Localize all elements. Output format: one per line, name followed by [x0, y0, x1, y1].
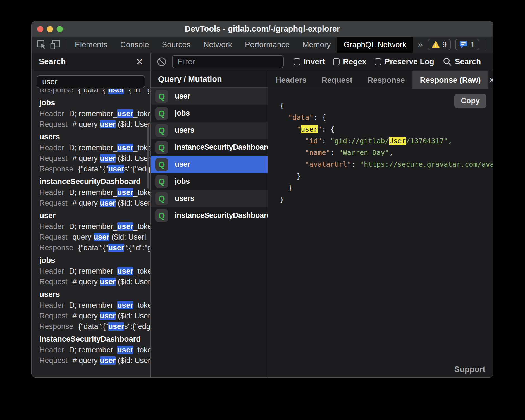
search-result-line[interactable]: HeaderD; remember_user_token=e: [39, 300, 150, 311]
search-result-line[interactable]: HeaderD; remember_user_token=e: [39, 187, 150, 198]
search-close-icon[interactable]: ×: [136, 56, 143, 68]
text-segment: D; remember_: [69, 301, 118, 309]
search-input[interactable]: [37, 75, 145, 88]
more-tabs-chevron-icon[interactable]: »: [413, 37, 428, 52]
checkbox-preserve-log[interactable]: Preserve Log: [375, 57, 434, 66]
text-segment: :: [330, 149, 339, 157]
query-list-item-instancesecuritydashboard[interactable]: QinstanceSecurityDashboard: [151, 207, 268, 224]
query-type-badge: Q: [155, 192, 168, 205]
result-line-label: Header: [39, 222, 64, 231]
text-segment: }: [280, 184, 292, 192]
detail-tab-response[interactable]: Response: [360, 71, 412, 89]
text-segment: D; remember_: [69, 222, 118, 231]
device-toolbar-icon[interactable]: [49, 39, 61, 50]
search-hit-highlight: user: [108, 244, 124, 252]
query-list-item-instancesecuritydashboard[interactable]: QinstanceSecurityDashboard: [151, 139, 268, 156]
search-result-line[interactable]: Request# query user ($id: UserI: [39, 355, 150, 366]
query-list-item-user[interactable]: Quser: [151, 156, 268, 173]
text-segment: ": [318, 125, 322, 133]
text-segment: "data": [288, 113, 313, 121]
search-result-line[interactable]: Response{"data":{"users":{"edges: [39, 321, 150, 332]
inspect-element-icon[interactable]: [36, 39, 47, 50]
devtools-tab-memory[interactable]: Memory: [296, 37, 337, 52]
search-result-line[interactable]: Request# query user ($id: UserI: [39, 119, 150, 130]
devtools-tab-network[interactable]: Network: [197, 37, 238, 52]
query-list-item-user[interactable]: Quser: [151, 88, 268, 105]
search-result-line[interactable]: Request# query user ($id: UserI: [39, 276, 150, 287]
query-list-item-users[interactable]: Qusers: [151, 122, 268, 139]
checkbox-invert-box[interactable]: [294, 58, 300, 65]
result-line-label: Header: [39, 144, 64, 152]
search-result-group-jobs: jobsHeaderD; remember_user_token=eReques…: [39, 255, 150, 287]
result-line-label: Request: [39, 154, 68, 163]
settings-gear-icon[interactable]: ⚙: [493, 39, 493, 50]
detail-tab-headers[interactable]: Headers: [268, 71, 314, 89]
checkbox-invert[interactable]: Invert: [294, 57, 325, 66]
search-result-line[interactable]: HeaderD; remember_user_token=e: [39, 108, 150, 119]
warning-icon: [432, 41, 440, 48]
devtools-tab-console[interactable]: Console: [114, 37, 156, 52]
search-result-line[interactable]: Response{"data":{"users":{"edges: [39, 164, 150, 174]
result-line-label: Response: [39, 165, 73, 173]
search-result-line[interactable]: Response{"data":{"user":{"id":"gid: [39, 89, 150, 95]
query-list-item-jobs[interactable]: Qjobs: [151, 105, 268, 122]
text-segment: D; remember_: [69, 109, 118, 118]
message-count: 1: [471, 40, 475, 49]
query-type-badge: Q: [155, 90, 168, 103]
search-result-line[interactable]: Request# query user ($id: UserI: [39, 153, 150, 164]
devtools-tab-graphql-network[interactable]: GraphQL Network: [337, 37, 413, 52]
copy-button[interactable]: Copy: [454, 94, 487, 108]
query-list-item-users[interactable]: Qusers: [151, 190, 268, 207]
warnings-badge[interactable]: 9: [428, 39, 451, 50]
result-group-title: instanceSecurityDashboard: [39, 176, 150, 187]
result-line-label: Request: [39, 199, 68, 207]
checkbox-preserve-log-box[interactable]: [375, 58, 381, 65]
devtools-tab-sources[interactable]: Sources: [155, 37, 197, 52]
network-toolbar: InvertRegexPreserve Log Search: [151, 52, 493, 71]
search-hit-highlight: user: [117, 301, 133, 309]
toolbar-search[interactable]: Search: [443, 57, 481, 66]
query-type-badge: Q: [155, 175, 168, 188]
search-result-line[interactable]: HeaderD; remember_user_token=e: [39, 142, 150, 153]
devtools-tab-elements[interactable]: Elements: [68, 37, 114, 52]
text-segment: # query: [73, 199, 100, 207]
query-list-item-label: users: [175, 194, 194, 203]
detail-close-icon[interactable]: ×: [488, 74, 493, 86]
clear-log-icon[interactable]: [156, 56, 167, 67]
messages-badge[interactable]: 1: [455, 39, 479, 50]
search-result-line[interactable]: HeaderD; remember_user_token=e: [39, 221, 150, 232]
detail-tab-request[interactable]: Request: [314, 71, 360, 89]
filter-input[interactable]: [172, 55, 284, 68]
text-segment: /13704317": [406, 137, 448, 145]
query-list-item-jobs[interactable]: Qjobs: [151, 173, 268, 190]
search-hit-highlight: user: [117, 188, 133, 197]
text-segment: [280, 125, 297, 133]
search-hit-highlight: user: [100, 356, 116, 365]
devtools-tab-performance[interactable]: Performance: [238, 37, 296, 52]
checkbox-regex-label: Regex: [343, 57, 366, 66]
text-segment: :: [322, 137, 330, 145]
text-segment: ($id: UserI: [116, 356, 150, 365]
detail-tab-response-raw[interactable]: Response (Raw): [412, 71, 488, 89]
text-segment: {"data":{": [78, 322, 108, 331]
text-segment: ($id: UserI: [116, 120, 150, 128]
text-segment: D; remember_: [69, 267, 118, 275]
search-result-line[interactable]: Response{"data":{"user":{"id":"gi: [39, 242, 150, 253]
search-result-line[interactable]: Request# query user ($id: UserI: [39, 198, 150, 208]
search-result-line[interactable]: HeaderD; remember_user_token=e: [39, 266, 150, 276]
text-segment: [280, 149, 305, 157]
text-segment: : {: [322, 125, 335, 133]
search-result-line[interactable]: Request# query user ($id: UserI: [39, 311, 150, 321]
window-title: DevTools - gitlab.com/-/graphql-explorer: [32, 21, 493, 37]
text-segment: "https://secure.gravatar.com/avatar: [360, 160, 493, 168]
checkbox-regex[interactable]: Regex: [333, 57, 366, 66]
support-link[interactable]: Support: [454, 365, 485, 374]
checkbox-regex-box[interactable]: [333, 58, 340, 65]
search-results-scrollbar[interactable]: [147, 127, 149, 189]
query-list-item-label: jobs: [175, 109, 190, 118]
search-result-line[interactable]: Requestquery user ($id: UserI: [39, 232, 150, 242]
text-segment: _token=e: [133, 222, 150, 231]
text-segment: ($id: UserI: [116, 278, 150, 286]
search-result-line[interactable]: HeaderD; remember_user_token=e: [39, 345, 150, 355]
text-segment: {: [280, 102, 284, 110]
